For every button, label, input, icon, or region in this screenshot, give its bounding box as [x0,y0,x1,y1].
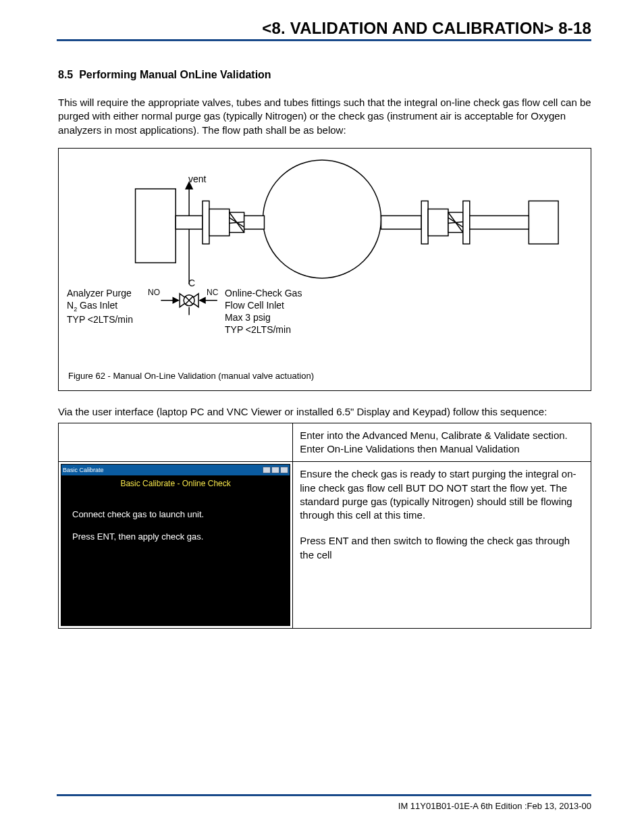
screenshot-box: Basic Calibrate Basic Calibrate - Online… [61,464,290,626]
figure-label-c: C [188,277,195,289]
cell-r1c1 [59,423,293,462]
cell-r2c2-p2: Press ENT and then switch to flowing the… [300,534,584,562]
section-heading: Performing Manual OnLine Validation [79,69,271,80]
svg-rect-12 [421,201,428,244]
svg-rect-0 [136,188,176,262]
screenshot-heading: Basic Calibrate - Online Check [61,478,290,489]
figure-label-vent: vent [188,173,206,185]
svg-rect-19 [470,215,529,229]
svg-rect-1 [529,201,558,244]
fig-right-line4: TYP <2LTS/min [225,323,302,336]
svg-rect-13 [428,209,448,236]
cell-r2c1: Basic Calibrate Basic Calibrate - Online… [59,462,293,629]
svg-rect-5 [209,209,230,236]
footer-text: IM 11Y01B01-01E-A 6th Edition :Feb 13, 2… [398,801,591,811]
fig-right-line3: Max 3 psig [225,311,302,323]
fig-right-line1: Online-Check Gas [225,287,302,299]
fig-right-line2: Flow Cell Inlet [225,299,302,311]
section-title: 8.5 Performing Manual OnLine Validation [58,69,591,81]
svg-rect-4 [203,201,209,244]
screenshot-titlebar: Basic Calibrate [61,465,290,475]
screenshot-line2: Press ENT, then apply check gas. [72,530,279,544]
svg-point-2 [263,160,381,278]
screenshot-body: Connect check gas to launch unit. Press … [61,489,290,544]
screenshot-titlebar-text: Basic Calibrate [63,466,104,474]
fig-left-line2: N2 Gas Inlet [67,299,133,313]
svg-rect-11 [381,215,422,229]
screenshot-line1: Connect check gas to launch unit. [72,508,279,522]
close-icon [280,467,288,473]
cell-r2c2: Ensure the check gas is ready to start p… [293,462,591,629]
sequence-table: Enter into the Advanced Menu, Calibrate … [58,423,591,629]
figure-label-nc: NC [207,288,218,298]
minimize-icon [263,467,271,473]
table-row: Basic Calibrate Basic Calibrate - Online… [59,462,591,629]
table-row: Enter into the Advanced Menu, Calibrate … [59,423,591,462]
footer-rule [57,794,591,796]
svg-rect-10 [244,215,265,229]
cell-r1c2: Enter into the Advanced Menu, Calibrate … [293,423,591,462]
figure-caption: Figure 62 - Manual On-Line Validation (m… [68,371,314,381]
figure-62: vent C NO NC Analyzer Purge N2 Gas Inlet… [58,148,591,391]
sequence-intro: Via the user interface (laptop PC and VN… [58,406,591,417]
figure-label-left: Analyzer Purge N2 Gas Inlet TYP <2LTS/mi… [67,287,133,326]
running-header: <8. VALIDATION AND CALIBRATION> 8-18 [262,19,591,38]
svg-marker-30 [173,298,178,303]
svg-marker-32 [200,298,205,303]
header-rule [57,39,591,41]
figure-label-right: Online-Check Gas Flow Cell Inlet Max 3 p… [225,287,302,336]
window-control-icons [263,467,288,473]
section-intro: This will require the appropriate valves… [58,96,591,137]
fig-left-line3: TYP <2LTS/min [67,313,133,325]
svg-rect-18 [463,201,470,244]
figure-label-no: NO [148,288,160,298]
svg-rect-3 [176,215,203,229]
flow-diagram-svg [59,149,591,390]
cell-r2c2-p1: Ensure the check gas is ready to start p… [300,467,584,522]
section-number: 8.5 [58,69,73,80]
maximize-icon [271,467,279,473]
fig-left-line1: Analyzer Purge [67,287,133,299]
